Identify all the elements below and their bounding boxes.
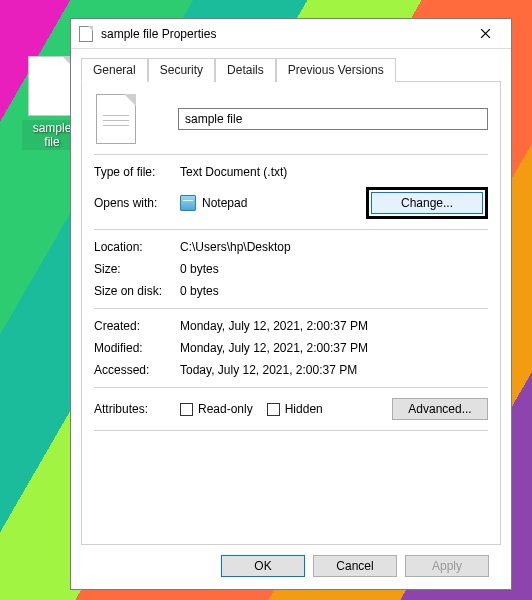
ok-button[interactable]: OK (221, 555, 305, 577)
tab-previous-versions[interactable]: Previous Versions (276, 58, 396, 82)
size-row: Size: 0 bytes (94, 262, 488, 276)
created-label: Created: (94, 319, 180, 333)
accessed-label: Accessed: (94, 363, 180, 377)
dialog-body: General Security Details Previous Versio… (71, 49, 511, 589)
size-on-disk-label: Size on disk: (94, 284, 180, 298)
location-label: Location: (94, 240, 180, 254)
apply-button[interactable]: Apply (405, 555, 489, 577)
cancel-button[interactable]: Cancel (313, 555, 397, 577)
document-icon (79, 26, 93, 42)
dialog-footer: OK Cancel Apply (81, 545, 501, 589)
readonly-label: Read-only (198, 402, 253, 416)
separator (94, 308, 488, 309)
file-type-icon (96, 94, 136, 144)
change-button[interactable]: Change... (371, 192, 483, 214)
size-value: 0 bytes (180, 262, 219, 276)
size-on-disk-row: Size on disk: 0 bytes (94, 284, 488, 298)
tab-general[interactable]: General (81, 58, 148, 82)
created-value: Monday, July 12, 2021, 2:00:37 PM (180, 319, 368, 333)
attributes-label: Attributes: (94, 402, 180, 416)
close-button[interactable] (465, 20, 505, 48)
close-icon (480, 28, 491, 39)
created-row: Created: Monday, July 12, 2021, 2:00:37 … (94, 319, 488, 333)
properties-dialog: sample file Properties General Security … (70, 18, 512, 590)
modified-label: Modified: (94, 341, 180, 355)
tab-strip: General Security Details Previous Versio… (81, 57, 501, 82)
type-of-file-label: Type of file: (94, 165, 180, 179)
separator (94, 154, 488, 155)
filename-input[interactable] (178, 108, 488, 130)
location-row: Location: C:\Users\hp\Desktop (94, 240, 488, 254)
size-label: Size: (94, 262, 180, 276)
change-highlight: Change... (366, 187, 488, 219)
opens-with-label: Opens with: (94, 196, 180, 210)
type-of-file-value: Text Document (.txt) (180, 165, 287, 179)
general-pane: Type of file: Text Document (.txt) Opens… (81, 82, 501, 545)
separator (94, 229, 488, 230)
modified-row: Modified: Monday, July 12, 2021, 2:00:37… (94, 341, 488, 355)
tab-security[interactable]: Security (148, 58, 215, 82)
readonly-checkbox[interactable]: Read-only (180, 402, 253, 416)
checkbox-icon (180, 403, 193, 416)
filename-row (94, 94, 488, 144)
separator (94, 387, 488, 388)
checkbox-icon (267, 403, 280, 416)
notepad-icon (180, 195, 196, 211)
opens-with-value: Notepad (202, 196, 247, 210)
advanced-button[interactable]: Advanced... (392, 398, 488, 420)
opens-with-row: Opens with: Notepad Change... (94, 187, 488, 219)
titlebar: sample file Properties (71, 19, 511, 49)
type-of-file-row: Type of file: Text Document (.txt) (94, 165, 488, 179)
attributes-row: Attributes: Read-only Hidden Advanced... (94, 398, 488, 420)
location-value: C:\Users\hp\Desktop (180, 240, 291, 254)
window-title: sample file Properties (101, 27, 465, 41)
text-file-icon (28, 56, 76, 116)
hidden-label: Hidden (285, 402, 323, 416)
accessed-row: Accessed: Today, July 12, 2021, 2:00:37 … (94, 363, 488, 377)
size-on-disk-value: 0 bytes (180, 284, 219, 298)
separator (94, 430, 488, 431)
modified-value: Monday, July 12, 2021, 2:00:37 PM (180, 341, 368, 355)
tab-details[interactable]: Details (215, 58, 276, 82)
accessed-value: Today, July 12, 2021, 2:00:37 PM (180, 363, 357, 377)
hidden-checkbox[interactable]: Hidden (267, 402, 323, 416)
